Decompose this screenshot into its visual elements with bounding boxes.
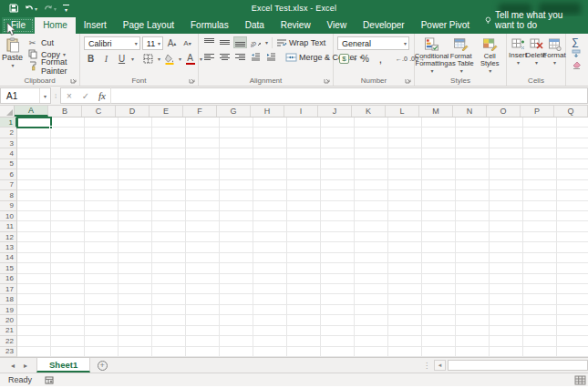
cell[interactable] <box>523 305 557 315</box>
clipboard-dialog-launcher-icon[interactable] <box>70 77 77 84</box>
cell[interactable] <box>17 336 51 346</box>
tell-me-box[interactable]: Tell me what you want to do <box>478 7 588 34</box>
cell-styles-button[interactable]: Cell Styles ▾ <box>476 36 505 75</box>
cell[interactable] <box>51 190 85 200</box>
cell[interactable] <box>51 221 85 231</box>
cell[interactable] <box>557 242 588 252</box>
font-color-button[interactable]: A <box>183 53 197 65</box>
cell[interactable] <box>388 169 422 179</box>
orientation-caret-icon[interactable]: ▾ <box>265 39 268 46</box>
cell[interactable] <box>119 169 152 179</box>
cell[interactable] <box>355 326 388 336</box>
cell[interactable] <box>523 159 557 169</box>
alignment-dialog-launcher-icon[interactable] <box>324 77 331 84</box>
row-header-21[interactable]: 21 <box>0 326 17 336</box>
cell[interactable] <box>17 263 51 273</box>
cut-button[interactable]: ✂ Cut <box>26 36 77 48</box>
cell[interactable] <box>220 242 253 252</box>
cell[interactable] <box>355 159 388 169</box>
cell[interactable] <box>355 242 388 252</box>
cell[interactable] <box>287 326 321 336</box>
cell[interactable] <box>388 232 422 242</box>
cell[interactable] <box>220 221 253 231</box>
bottom-align-button[interactable] <box>233 36 247 48</box>
cell[interactable] <box>523 221 557 231</box>
borders-caret-icon[interactable]: ▾ <box>158 56 160 62</box>
cell[interactable] <box>388 190 422 200</box>
cell[interactable] <box>422 347 456 357</box>
new-sheet-button[interactable]: + <box>90 358 114 373</box>
cell[interactable] <box>355 138 388 148</box>
cell[interactable] <box>321 336 355 346</box>
cell[interactable] <box>490 232 523 242</box>
cell[interactable] <box>51 232 85 242</box>
cell[interactable] <box>287 336 321 346</box>
cell[interactable] <box>523 315 557 325</box>
row-header-3[interactable]: 3 <box>0 138 17 148</box>
cell[interactable] <box>152 169 186 179</box>
cell[interactable] <box>388 305 422 315</box>
cell[interactable] <box>152 242 186 252</box>
cell[interactable] <box>388 221 422 231</box>
cell[interactable] <box>85 305 119 315</box>
cell[interactable] <box>186 138 220 148</box>
cell[interactable] <box>186 169 220 179</box>
horizontal-scrollbar[interactable] <box>446 360 588 371</box>
select-all-button[interactable] <box>0 106 15 117</box>
cell[interactable] <box>388 138 422 148</box>
cell[interactable] <box>490 211 523 221</box>
row-header-23[interactable]: 23 <box>0 347 17 357</box>
cell[interactable] <box>355 274 388 284</box>
cell[interactable] <box>253 169 287 179</box>
cell[interactable] <box>119 138 152 148</box>
sheet-tab-sheet1[interactable]: Sheet1 <box>36 358 90 373</box>
cell[interactable] <box>523 128 557 138</box>
cell[interactable] <box>388 253 422 263</box>
cell[interactable] <box>85 211 119 221</box>
cell[interactable] <box>422 159 456 169</box>
cell[interactable] <box>321 315 355 325</box>
cell[interactable] <box>388 180 422 190</box>
ribbon-tab-page-layout[interactable]: Page Layout <box>115 17 182 34</box>
cell[interactable] <box>186 253 220 263</box>
cell[interactable] <box>388 315 422 325</box>
cell[interactable] <box>253 326 287 336</box>
number-dialog-launcher-icon[interactable] <box>405 77 412 84</box>
comma-style-button[interactable]: , <box>374 53 387 65</box>
row-header-18[interactable]: 18 <box>0 294 17 304</box>
cell[interactable] <box>119 305 152 315</box>
cell[interactable] <box>287 315 321 325</box>
redo-button[interactable]: ▾ <box>44 5 57 13</box>
cell[interactable] <box>119 253 152 263</box>
cell[interactable] <box>287 263 321 273</box>
scroll-left-button[interactable]: ◂ <box>434 360 446 371</box>
cell[interactable] <box>422 274 456 284</box>
cell[interactable] <box>456 117 490 128</box>
ribbon-tab-review[interactable]: Review <box>273 17 319 34</box>
cell[interactable] <box>253 180 287 190</box>
cell[interactable] <box>490 326 523 336</box>
cell[interactable] <box>523 336 557 346</box>
cell[interactable] <box>17 242 51 252</box>
cell[interactable] <box>152 221 186 231</box>
cell[interactable] <box>355 347 388 357</box>
cell[interactable] <box>490 305 523 315</box>
cell[interactable] <box>186 263 220 273</box>
cell[interactable] <box>490 284 523 294</box>
cell[interactable] <box>490 274 523 284</box>
cell[interactable] <box>422 128 456 138</box>
cell[interactable] <box>456 347 490 357</box>
cell[interactable] <box>287 159 321 169</box>
cell[interactable] <box>321 221 355 231</box>
cell[interactable] <box>388 263 422 273</box>
row-header-12[interactable]: 12 <box>0 232 17 242</box>
row-header-20[interactable]: 20 <box>0 315 17 325</box>
cell[interactable] <box>557 274 588 284</box>
column-header-h[interactable]: H <box>251 106 284 117</box>
cell[interactable] <box>85 347 119 357</box>
cell[interactable] <box>119 211 152 221</box>
cell[interactable] <box>51 169 85 179</box>
column-header-g[interactable]: G <box>217 106 251 117</box>
cell[interactable] <box>557 336 588 346</box>
cell[interactable] <box>119 180 152 190</box>
